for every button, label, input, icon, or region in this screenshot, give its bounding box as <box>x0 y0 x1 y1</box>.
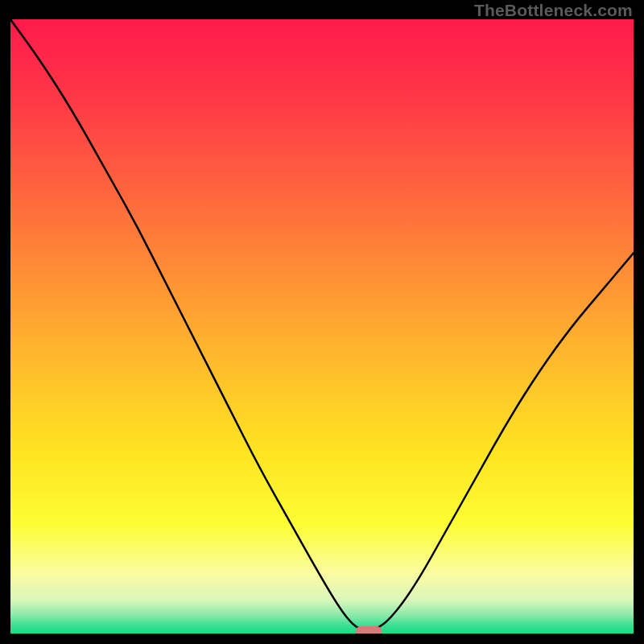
gradient-background <box>10 19 634 634</box>
plot-area <box>10 19 634 634</box>
optimal-marker <box>356 626 382 634</box>
bottleneck-chart <box>10 19 634 634</box>
watermark-text: TheBottleneck.com <box>474 1 633 20</box>
chart-frame: TheBottleneck.com <box>0 0 644 644</box>
